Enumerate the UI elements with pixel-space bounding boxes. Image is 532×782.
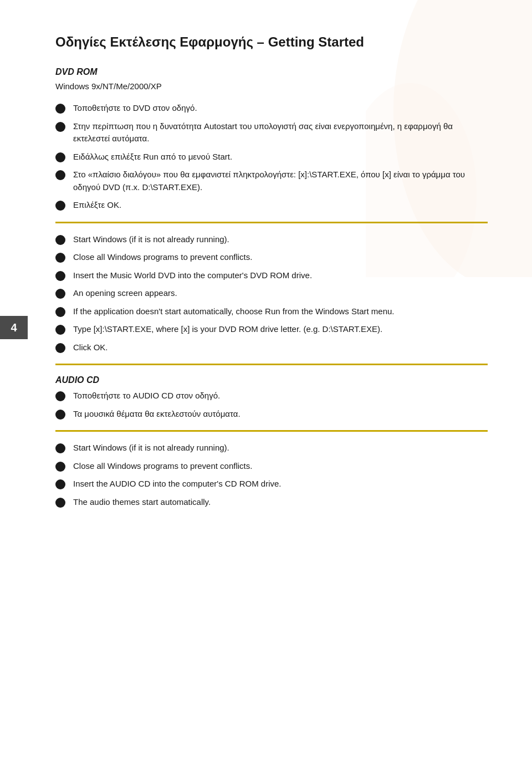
bullet-text: Τοποθετήστε το AUDIO CD στον οδηγό. [73, 390, 488, 402]
bullet-text: Ειδάλλως επιλέξτε Run από το μενού Start… [73, 151, 488, 163]
divider-2 [55, 364, 488, 365]
bullet-text: Start Windows (if it is not already runn… [73, 233, 488, 246]
list-item: Insert the Music World DVD into the comp… [55, 269, 488, 282]
dvd-rom-subtitle: DVD ROM [55, 67, 488, 77]
content-area: Οδηγίες Εκτέλεσης Εφαρμογής – Getting St… [0, 0, 532, 547]
bullet-dot [55, 462, 65, 472]
windows-label: Windows 9x/NT/Me/2000/XP [55, 81, 488, 91]
list-item: Close all Windows programs to prevent co… [55, 460, 488, 473]
divider-1 [55, 222, 488, 223]
list-item: Start Windows (if it is not already runn… [55, 442, 488, 454]
english-bullet-list: Start Windows (if it is not already runn… [55, 233, 488, 354]
bullet-text: Τοποθετήστε το DVD στον οδηγό. [73, 102, 488, 115]
bullet-dot [55, 325, 65, 335]
bullet-dot [55, 479, 65, 489]
bullet-text: Insert the Music World DVD into the comp… [73, 269, 488, 282]
bullet-dot [55, 201, 65, 211]
list-item: Start Windows (if it is not already runn… [55, 233, 488, 246]
list-item: The audio themes start automatically. [55, 496, 488, 509]
list-item: Insert the AUDIO CD into the computer's … [55, 478, 488, 490]
audio-english-bullet-list: Start Windows (if it is not already runn… [55, 442, 488, 508]
bullet-text: Start Windows (if it is not already runn… [73, 442, 488, 454]
list-item: Επιλέξτε ΟΚ. [55, 199, 488, 212]
bullet-text: The audio themes start automatically. [73, 496, 488, 509]
bullet-text: Close all Windows programs to prevent co… [73, 460, 488, 473]
bullet-text: An opening screen appears. [73, 287, 488, 300]
bullet-text: Στο «πλαίσιο διαλόγου» που θα εμφανιστεί… [73, 168, 488, 193]
list-item: Τα μουσικά θέματα θα εκτελεστούν αυτόματ… [55, 408, 488, 421]
bullet-dot [55, 170, 65, 180]
audio-cd-subtitle: AUDIO CD [55, 375, 488, 385]
greek-bullet-list: Τοποθετήστε το DVD στον οδηγό. Στην περί… [55, 102, 488, 212]
bullet-dot [55, 104, 65, 114]
bullet-text: Insert the AUDIO CD into the computer's … [73, 478, 488, 490]
page-container: 4 Οδηγίες Εκτέλεσης Εφαρμογής – Getting … [0, 0, 532, 782]
bullet-text: If the application doesn't start automat… [73, 305, 488, 318]
bullet-text: Close all Windows programs to prevent co… [73, 251, 488, 264]
bullet-dot [55, 271, 65, 281]
audio-cd-section: AUDIO CD Τοποθετήστε το AUDIO CD στον οδ… [55, 375, 488, 420]
bullet-dot [55, 391, 65, 401]
list-item: Type [x]:\START.EXE, where [x] is your D… [55, 323, 488, 336]
bullet-text: Επιλέξτε ΟΚ. [73, 199, 488, 212]
bullet-dot [55, 307, 65, 317]
bullet-dot [55, 122, 65, 132]
bullet-text: Click OK. [73, 341, 488, 354]
bullet-dot [55, 443, 65, 453]
list-item: If the application doesn't start automat… [55, 305, 488, 318]
english-dvd-section: Start Windows (if it is not already runn… [55, 233, 488, 354]
list-item: Στο «πλαίσιο διαλόγου» που θα εμφανιστεί… [55, 168, 488, 193]
audio-greek-bullet-list: Τοποθετήστε το AUDIO CD στον οδηγό. Τα μ… [55, 390, 488, 420]
dvd-rom-section: DVD ROM Windows 9x/NT/Me/2000/XP Τοποθετ… [55, 67, 488, 212]
bullet-text: Στην περίπτωση που η δυνατότητα Autostar… [73, 120, 488, 145]
list-item: Τοποθετήστε το DVD στον οδηγό. [55, 102, 488, 115]
bullet-dot [55, 289, 65, 299]
list-item: Στην περίπτωση που η δυνατότητα Autostar… [55, 120, 488, 145]
bullet-dot [55, 343, 65, 353]
bullet-dot [55, 253, 65, 263]
audio-english-section: Start Windows (if it is not already runn… [55, 442, 488, 508]
list-item: Τοποθετήστε το AUDIO CD στον οδηγό. [55, 390, 488, 402]
bullet-text: Τα μουσικά θέματα θα εκτελεστούν αυτόματ… [73, 408, 488, 421]
list-item: Close all Windows programs to prevent co… [55, 251, 488, 264]
list-item: Click OK. [55, 341, 488, 354]
divider-3 [55, 430, 488, 432]
list-item: Ειδάλλως επιλέξτε Run από το μενού Start… [55, 151, 488, 163]
bullet-dot [55, 235, 65, 245]
bullet-dot [55, 152, 65, 162]
bullet-dot [55, 410, 65, 420]
bullet-text: Type [x]:\START.EXE, where [x] is your D… [73, 323, 488, 336]
page-number: 4 [11, 321, 17, 334]
page-number-badge: 4 [0, 316, 28, 339]
page-title: Οδηγίες Εκτέλεσης Εφαρμογής – Getting St… [55, 33, 488, 50]
list-item: An opening screen appears. [55, 287, 488, 300]
bullet-dot [55, 498, 65, 508]
